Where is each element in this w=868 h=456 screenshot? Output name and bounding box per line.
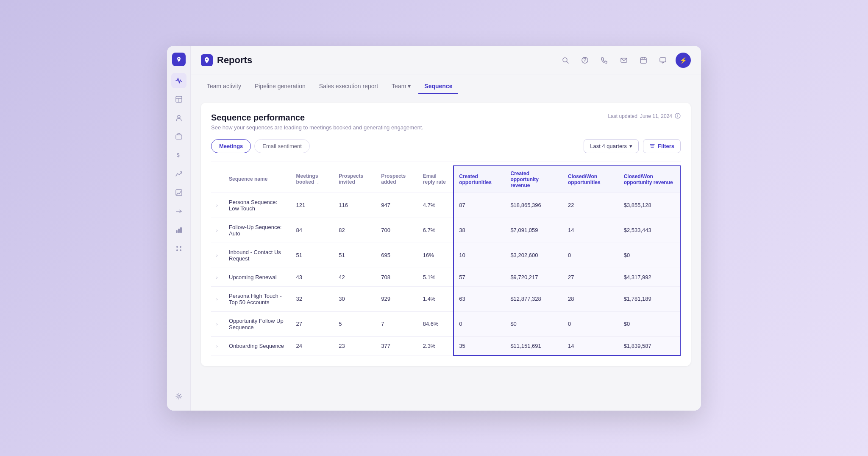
- row-sequence-name: Upcoming Renewal: [224, 268, 291, 286]
- phone-icon[interactable]: [598, 53, 611, 67]
- tab-sequence[interactable]: Sequence: [418, 79, 458, 94]
- row-meetings-booked: 121: [291, 193, 334, 218]
- report-description: See how your sequences are leading to me…: [211, 124, 423, 131]
- svg-point-13: [176, 249, 178, 251]
- table-row: › Persona High Touch - Top 50 Accounts 3…: [211, 286, 680, 311]
- navigation-tabs: Team activity Pipeline generation Sales …: [191, 75, 701, 94]
- col-closed-won-revenue: Closed/Won opportunity revenue: [619, 166, 680, 193]
- row-expand[interactable]: ›: [211, 193, 224, 218]
- tab-team-activity[interactable]: Team activity: [201, 79, 247, 94]
- table-row: › Follow-Up Sequence: Auto 84 82 700 6.7…: [211, 218, 680, 243]
- col-created-opportunities: Created opportunities: [453, 166, 505, 193]
- row-closed-won-revenue: $3,855,128: [619, 193, 680, 218]
- row-prospects-invited: 116: [334, 193, 376, 218]
- app-logo[interactable]: [172, 53, 186, 66]
- row-prospects-added: 695: [376, 243, 418, 268]
- table-row: › Onboarding Sequence 24 23 377 2.3% 35 …: [211, 336, 680, 355]
- row-closed-won-revenue: $0: [619, 311, 680, 336]
- col-expand: [211, 166, 224, 193]
- row-created-opportunities: 63: [453, 286, 505, 311]
- sub-tabs-right: Last 4 quarters ▾ Filters: [584, 139, 681, 153]
- sidebar-item-reports[interactable]: [171, 185, 186, 200]
- row-meetings-booked: 84: [291, 218, 334, 243]
- sub-tab-email-sentiment[interactable]: Email sentiment: [254, 139, 309, 153]
- col-prospects-invited: Prospects invited: [334, 166, 376, 193]
- row-expand[interactable]: ›: [211, 218, 224, 243]
- sidebar-item-sequences[interactable]: [171, 204, 186, 219]
- row-email-reply-rate: 1.4%: [418, 286, 453, 311]
- sidebar-item-analytics[interactable]: [171, 166, 186, 182]
- row-meetings-booked: 51: [291, 243, 334, 268]
- row-expand[interactable]: ›: [211, 311, 224, 336]
- col-meetings-booked[interactable]: Meetings booked ↓: [291, 166, 334, 193]
- search-icon[interactable]: [559, 53, 572, 67]
- row-prospects-added: 708: [376, 268, 418, 286]
- row-closed-won-opportunities: 28: [563, 286, 619, 311]
- report-title-section: Sequence performance See how your sequen…: [211, 113, 423, 131]
- col-email-reply-rate: Email reply rate: [418, 166, 453, 193]
- row-prospects-added: 7: [376, 311, 418, 336]
- col-prospects-added: Prospects added: [376, 166, 418, 193]
- row-email-reply-rate: 4.7%: [418, 193, 453, 218]
- period-filter-label: Last 4 quarters: [590, 143, 627, 149]
- row-expand[interactable]: ›: [211, 286, 224, 311]
- row-created-opportunities: 35: [453, 336, 505, 355]
- table-row: › Inbound - Contact Us Request 51 51 695…: [211, 243, 680, 268]
- row-created-opportunity-revenue: $3,202,600: [505, 243, 563, 268]
- sidebar-item-bar-chart[interactable]: [171, 222, 186, 238]
- sidebar-item-contacts[interactable]: [171, 110, 186, 126]
- help-icon[interactable]: [578, 53, 592, 67]
- row-closed-won-opportunities: 14: [563, 336, 619, 355]
- svg-rect-8: [176, 230, 178, 233]
- row-email-reply-rate: 6.7%: [418, 218, 453, 243]
- row-sequence-name: Persona Sequence: Low Touch: [224, 193, 291, 218]
- svg-point-11: [176, 246, 178, 248]
- filters-button[interactable]: Filters: [643, 139, 681, 153]
- row-expand[interactable]: ›: [211, 336, 224, 355]
- row-prospects-invited: 23: [334, 336, 376, 355]
- row-meetings-booked: 27: [291, 311, 334, 336]
- info-icon[interactable]: [675, 113, 681, 120]
- report-meta: Last updated June 11, 2024: [608, 113, 681, 120]
- tab-sales-execution[interactable]: Sales execution report: [313, 79, 384, 94]
- sidebar-item-apps[interactable]: [171, 241, 186, 256]
- period-filter-dropdown[interactable]: Last 4 quarters ▾: [584, 139, 639, 153]
- sub-tab-meetings[interactable]: Meetings: [211, 139, 251, 153]
- tab-team[interactable]: Team ▾: [386, 79, 417, 94]
- user-avatar[interactable]: ⚡: [676, 53, 691, 68]
- table-row: › Opportunity Follow Up Sequence 27 5 7 …: [211, 311, 680, 336]
- sequence-table: Sequence name Meetings booked ↓ Prospect…: [211, 165, 681, 356]
- row-prospects-added: 700: [376, 218, 418, 243]
- report-title: Sequence performance: [211, 113, 423, 123]
- last-updated-label: Last updated: [608, 113, 637, 119]
- sidebar-item-activity[interactable]: [171, 73, 186, 88]
- row-email-reply-rate: 5.1%: [418, 268, 453, 286]
- row-meetings-booked: 43: [291, 268, 334, 286]
- row-prospects-added: 377: [376, 336, 418, 355]
- svg-text:$: $: [177, 152, 180, 158]
- sidebar-item-deals[interactable]: [171, 129, 186, 144]
- row-sequence-name: Opportunity Follow Up Sequence: [224, 311, 291, 336]
- mail-icon[interactable]: [617, 53, 631, 67]
- svg-point-28: [677, 114, 678, 115]
- sort-icon: ↓: [317, 180, 319, 185]
- row-sequence-name: Persona High Touch - Top 50 Accounts: [224, 286, 291, 311]
- notification-icon[interactable]: [656, 53, 670, 67]
- row-created-opportunity-revenue: $12,877,328: [505, 286, 563, 311]
- sidebar-item-revenue[interactable]: $: [171, 148, 186, 163]
- row-expand[interactable]: ›: [211, 243, 224, 268]
- row-sequence-name: Inbound - Contact Us Request: [224, 243, 291, 268]
- row-expand[interactable]: ›: [211, 268, 224, 286]
- table-header: Sequence name Meetings booked ↓ Prospect…: [211, 166, 680, 193]
- table-row: › Persona Sequence: Low Touch 121 116 94…: [211, 193, 680, 218]
- sidebar-item-table[interactable]: [171, 92, 186, 107]
- report-header: Sequence performance See how your sequen…: [211, 113, 681, 131]
- row-created-opportunities: 10: [453, 243, 505, 268]
- row-created-opportunities: 57: [453, 268, 505, 286]
- calendar-icon[interactable]: [637, 53, 650, 67]
- sidebar-item-settings[interactable]: [171, 389, 186, 404]
- sidebar: $: [167, 46, 191, 411]
- header-logo-icon: [201, 54, 213, 66]
- tab-pipeline-generation[interactable]: Pipeline generation: [249, 79, 312, 94]
- row-closed-won-revenue: $2,533,443: [619, 218, 680, 243]
